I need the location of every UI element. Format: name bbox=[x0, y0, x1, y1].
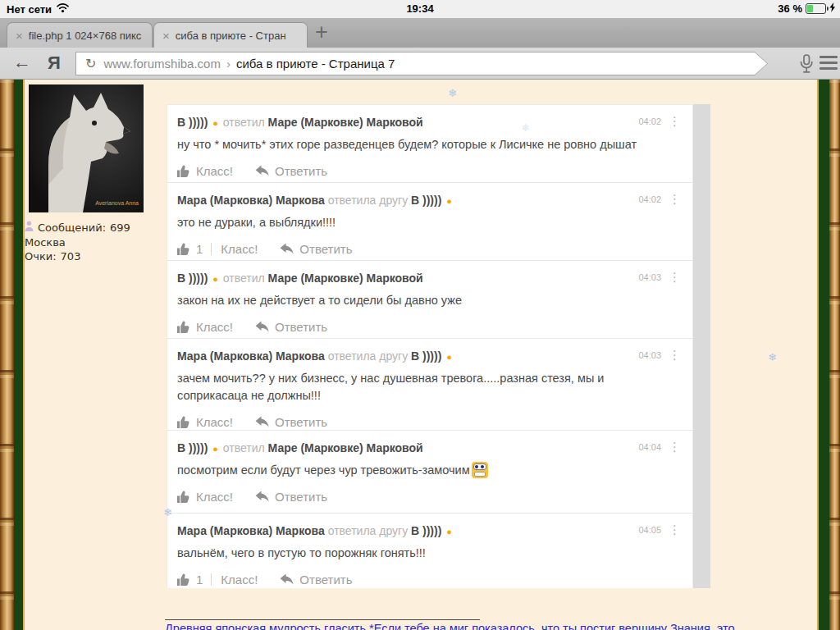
like-button[interactable]: Класс! bbox=[177, 164, 233, 178]
grin-emoji-icon bbox=[472, 462, 488, 478]
post-target-link[interactable]: В ))))) bbox=[411, 524, 441, 537]
post-author-link[interactable]: В ))))) bbox=[177, 272, 208, 285]
member-icon bbox=[25, 221, 34, 235]
like-button[interactable]: Класс! bbox=[177, 415, 233, 429]
bamboo-border-right bbox=[829, 80, 840, 630]
post-target-link[interactable]: Маре (Марковке) Марковой bbox=[268, 116, 423, 129]
battery-icon bbox=[806, 3, 826, 14]
post-2: Мара (Марковка) Маркова ответила другу В… bbox=[167, 183, 692, 261]
post-time: 04:03 bbox=[638, 350, 661, 360]
post-menu-icon[interactable]: ⋮ bbox=[669, 440, 681, 454]
post-target-link[interactable]: Маре (Марковке) Марковой bbox=[268, 272, 423, 285]
ios-status-bar: Нет сети 19:34 36 % bbox=[0, 0, 840, 18]
like-button[interactable]: Класс! bbox=[177, 320, 233, 334]
reply-button[interactable]: Ответить bbox=[280, 242, 352, 256]
signature-link[interactable]: Древняя японская мудрость гласить *Если … bbox=[165, 622, 815, 630]
post-4: Мара (Марковка) Маркова ответила другу В… bbox=[167, 339, 692, 431]
reply-button[interactable]: Ответить bbox=[280, 573, 352, 587]
post-author-link[interactable]: Мара (Марковка) Маркова bbox=[177, 524, 325, 537]
close-tab-icon[interactable]: × bbox=[16, 30, 23, 42]
yandex-logo[interactable]: Я bbox=[48, 52, 61, 74]
post-message: ну что * мочить* этих горе разведенцев б… bbox=[177, 136, 641, 153]
post-action-text: ответила другу bbox=[328, 524, 408, 537]
online-dot-icon: ● bbox=[212, 274, 218, 284]
post-target-link[interactable]: В ))))) bbox=[411, 194, 441, 207]
tab-title: file.php 1 024×768 пикс bbox=[29, 30, 142, 42]
like-button[interactable]: Класс! bbox=[221, 242, 258, 256]
post-action-text: ответила другу bbox=[328, 349, 408, 363]
tab-shiba-forum[interactable]: × сиба в приюте - Стран bbox=[153, 22, 308, 48]
scrollbar[interactable] bbox=[693, 104, 710, 588]
post-target-link[interactable]: Маре (Марковке) Марковой bbox=[268, 441, 423, 454]
user-city: Москва bbox=[25, 235, 130, 250]
battery-percent: 36 % bbox=[778, 2, 802, 15]
post-5: В ))))) ● ответил Маре (Марковке) Марков… bbox=[167, 431, 692, 514]
microphone-icon[interactable] bbox=[799, 54, 814, 77]
snowflake-icon: ❄ bbox=[522, 122, 530, 134]
url-page-title: сиба в приюте - Страница 7 bbox=[236, 57, 395, 71]
thumb-up-icon bbox=[177, 573, 190, 586]
post-action-text: ответил bbox=[223, 116, 265, 129]
post-message: вальнём, чего в пустую то порожняк гонят… bbox=[177, 545, 641, 562]
post-author-link[interactable]: Мара (Марковка) Маркова bbox=[177, 194, 325, 207]
like-count[interactable]: 1 bbox=[196, 573, 203, 587]
post-target-link[interactable]: В ))))) bbox=[411, 349, 441, 363]
post-menu-icon[interactable]: ⋮ bbox=[669, 270, 681, 285]
post-message: это не дураки, а выблядки!!!! bbox=[177, 214, 641, 231]
clock: 19:34 bbox=[0, 2, 840, 15]
url-chevron-icon: › bbox=[226, 57, 231, 71]
green-border-right bbox=[819, 80, 829, 630]
user-avatar[interactable]: Averianova Anna bbox=[29, 84, 144, 212]
messages-count: 699 bbox=[110, 221, 130, 235]
post-3: В ))))) ● ответил Маре (Марковке) Марков… bbox=[167, 261, 692, 339]
post-time: 04:03 bbox=[638, 272, 661, 282]
avatar-watermark: Averianova Anna bbox=[95, 200, 139, 206]
post-action-text: ответил bbox=[223, 441, 265, 454]
online-dot-icon: ● bbox=[212, 444, 218, 454]
post-author-link[interactable]: Мара (Марковка) Маркова bbox=[177, 349, 325, 363]
snowflake-icon: ❄ bbox=[163, 506, 172, 518]
post-time: 04:05 bbox=[638, 525, 661, 535]
online-dot-icon: ● bbox=[446, 527, 452, 536]
reply-button[interactable]: Ответить bbox=[255, 320, 327, 334]
post-menu-icon[interactable]: ⋮ bbox=[669, 192, 681, 207]
divider bbox=[211, 573, 212, 586]
new-tab-button[interactable]: + bbox=[315, 20, 328, 45]
reply-button[interactable]: Ответить bbox=[255, 415, 327, 429]
back-button[interactable]: ← bbox=[13, 52, 31, 73]
like-count[interactable]: 1 bbox=[196, 242, 203, 256]
post-menu-icon[interactable]: ⋮ bbox=[669, 523, 681, 537]
tab-file-php[interactable]: × file.php 1 024×768 пикс bbox=[7, 22, 153, 48]
reload-icon[interactable]: ↻ bbox=[85, 56, 96, 71]
post-message: зачем мочить?? у них бизнесс, у нас душе… bbox=[177, 370, 641, 404]
reply-button[interactable]: Ответить bbox=[255, 490, 327, 504]
points-count: 703 bbox=[61, 249, 81, 264]
post-1: В ))))) ● ответил Маре (Марковке) Марков… bbox=[167, 105, 692, 183]
close-tab-icon[interactable]: × bbox=[162, 30, 170, 42]
post-action-text: ответила другу bbox=[328, 194, 408, 207]
signature-separator bbox=[165, 619, 480, 620]
post-6: Мара (Марковка) Маркова ответила другу В… bbox=[167, 514, 692, 589]
messages-label: Сообщений: bbox=[38, 221, 106, 235]
like-button[interactable]: Класс! bbox=[177, 490, 233, 504]
online-dot-icon: ● bbox=[446, 196, 452, 206]
online-dot-icon: ● bbox=[446, 352, 452, 362]
post-time: 04:02 bbox=[638, 116, 661, 126]
url-host: www.forumshiba.com bbox=[103, 57, 221, 71]
post-author-link[interactable]: В ))))) bbox=[177, 116, 208, 129]
online-dot-icon: ● bbox=[212, 118, 218, 128]
post-message: закон на их не действует а то сидели бы … bbox=[177, 292, 641, 309]
reply-button[interactable]: Ответить bbox=[255, 164, 327, 178]
thumb-up-icon bbox=[177, 243, 190, 255]
divider bbox=[211, 243, 212, 255]
snowflake-icon: ❄ bbox=[768, 351, 777, 363]
address-bar[interactable]: ↻ www.forumshiba.com › сиба в приюте - С… bbox=[75, 52, 768, 75]
gold-line-left bbox=[23, 80, 25, 630]
post-author-link[interactable]: В ))))) bbox=[177, 441, 208, 454]
post-menu-icon[interactable]: ⋮ bbox=[669, 348, 681, 363]
post-menu-icon[interactable]: ⋮ bbox=[669, 114, 681, 129]
like-button[interactable]: Класс! bbox=[221, 573, 258, 587]
post-time: 04:02 bbox=[638, 194, 661, 204]
menu-icon[interactable] bbox=[819, 56, 838, 73]
post-action-text: ответил bbox=[223, 272, 265, 285]
